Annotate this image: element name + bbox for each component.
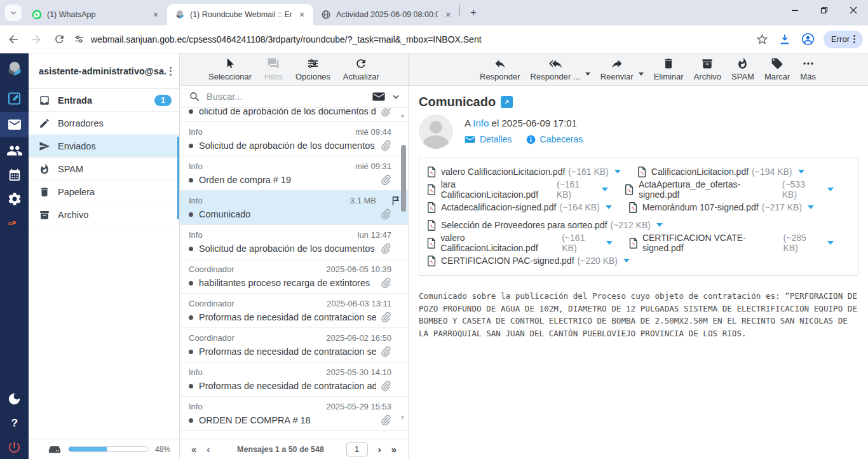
rail-mail-button[interactable]: [0, 112, 29, 137]
rail-contacts-button[interactable]: [0, 140, 29, 161]
attachment-menu-caret-icon[interactable]: [614, 170, 621, 174]
attachment-item[interactable]: ActaApertura_de_ofertas-signed.pdf (~533…: [625, 179, 834, 200]
delete-button[interactable]: Eliminar: [654, 57, 684, 81]
account-menu-kebab-icon[interactable]: [166, 64, 175, 78]
next-page-icon[interactable]: ›: [373, 444, 386, 455]
attachment-menu-caret-icon[interactable]: [827, 188, 834, 191]
first-page-icon[interactable]: «: [186, 444, 201, 455]
message-list-item[interactable]: olicitud de aprobación de los documentos…: [180, 108, 408, 122]
message-list-item[interactable]: Info mié 09:31 Orden de compra # 19: [180, 156, 408, 191]
attachment-item[interactable]: valero CalificacionLicitacion.pdf (~161 …: [427, 167, 621, 177]
attachment-menu-caret-icon[interactable]: [827, 241, 834, 245]
headers-toggle[interactable]: Cabeceras: [526, 134, 583, 144]
compose-button[interactable]: [0, 88, 29, 109]
sidebar-item-papelera[interactable]: Papelera: [29, 181, 179, 203]
attachment-menu-caret-icon[interactable]: [808, 205, 814, 209]
attachment-item[interactable]: lara CalificacionLicitacion.pdf (~161 KB…: [427, 179, 608, 200]
rail-calendar-button[interactable]: [0, 164, 29, 186]
threads-button[interactable]: Hilos: [264, 57, 283, 81]
attachment-menu-caret-icon[interactable]: [606, 205, 612, 209]
browser-menu-kebab-icon[interactable]: [850, 32, 859, 46]
select-button[interactable]: Seleccionar: [208, 57, 252, 81]
attachment-menu-caret-icon[interactable]: [623, 259, 630, 263]
attachment-name: ActaApertura_de_ofertas-signed.pdf: [639, 179, 779, 200]
details-toggle[interactable]: Detalles: [465, 134, 512, 144]
help-button[interactable]: ?: [0, 412, 29, 434]
message-list-item[interactable]: Info 2025-05-29 15:53 ORDEN DE COMPRA # …: [180, 397, 408, 431]
attachment-menu-caret-icon[interactable]: [602, 188, 608, 191]
page-number-input[interactable]: [346, 442, 368, 456]
attachment-item[interactable]: valero CalificacionLicitacion.pdf (~161 …: [427, 233, 613, 253]
attachment-menu-caret-icon[interactable]: [798, 170, 804, 174]
message-list-item[interactable]: Info 3.1 MB Comunicado: [180, 191, 408, 225]
new-tab-button[interactable]: +: [465, 4, 482, 21]
tab-close-icon[interactable]: ✕: [297, 10, 307, 20]
scrollbar-up-icon[interactable]: ▲: [400, 112, 405, 118]
tab-roundcube-active[interactable]: (1) Roundcube Webmail :: Envia ✕: [167, 4, 313, 25]
sidebar-item-entrada[interactable]: Entrada 1: [29, 89, 179, 112]
forward-button[interactable]: Reenviar: [600, 57, 634, 81]
message-list-item[interactable]: Coordinador 2025-06-05 10:39 habilitante…: [180, 259, 408, 294]
reply-all-menu-caret-icon[interactable]: [585, 72, 590, 76]
sidebar-item-archivo[interactable]: Archivo: [29, 203, 179, 226]
reload-button[interactable]: [50, 30, 69, 49]
sidebar-item-borradores[interactable]: Borradores: [29, 112, 179, 135]
recipient-link[interactable]: Info: [473, 118, 489, 128]
options-button[interactable]: Opciones: [295, 57, 330, 81]
message-list-item[interactable]: Coordinador 2025-06-02 16:50 Proformas d…: [180, 328, 408, 362]
site-settings-icon[interactable]: [74, 34, 85, 45]
search-scope-mail-icon[interactable]: [372, 92, 385, 102]
attachment-item[interactable]: CalificacionLicitacion.pdf (~194 KB): [637, 167, 804, 177]
window-minimize-button[interactable]: [780, 0, 810, 20]
window-close-button[interactable]: [839, 0, 868, 20]
tab-whatsapp[interactable]: (1) WhatsApp ✕: [24, 4, 167, 25]
last-page-icon[interactable]: »: [386, 444, 402, 455]
forward-button[interactable]: [27, 30, 46, 49]
tab-close-icon[interactable]: ✕: [151, 10, 161, 20]
attachment-item[interactable]: CERTIFICACION PAC-signed.pdf (~220 KB): [427, 256, 630, 266]
cpanel-logo[interactable]: cP: [0, 212, 29, 234]
attachment-item[interactable]: CERTIFICACION VCATE-signed.pdf (~285 KB): [629, 233, 834, 253]
attachment-item[interactable]: Memorándum 107-signed.pdf (~217 KB): [628, 202, 814, 213]
attachment-item[interactable]: Actadecalificacion-signed.pdf (~164 KB): [427, 202, 612, 213]
attachment-menu-caret-icon[interactable]: [606, 241, 613, 245]
refresh-button[interactable]: Actualizar: [343, 57, 379, 81]
flag-icon[interactable]: [390, 195, 402, 207]
download-icon[interactable]: [775, 30, 794, 49]
message-list-item[interactable]: Info 2025-05-30 14:10 Proformas de neces…: [180, 362, 408, 397]
tab-close-icon[interactable]: ✕: [443, 10, 453, 20]
attachment-menu-caret-icon[interactable]: [656, 223, 663, 227]
tab-actividad[interactable]: Actividad 2025-06-09 08:00:00 ✕: [313, 4, 459, 25]
reply-button[interactable]: Responder: [480, 57, 520, 81]
forward-label: Reenviar: [600, 72, 634, 81]
extension-error-button[interactable]: Error: [824, 31, 863, 48]
spam-button[interactable]: SPAM: [731, 57, 754, 81]
scrollbar-down-icon[interactable]: ▼: [400, 414, 405, 421]
archive-button[interactable]: Archivo: [694, 57, 721, 81]
open-in-new-window-icon[interactable]: [501, 96, 513, 108]
mark-button[interactable]: Marcar: [764, 57, 790, 81]
prev-page-icon[interactable]: ‹: [201, 444, 215, 455]
message-list-item[interactable]: Info lun 13:47 Solicitud de aprobación d…: [180, 225, 408, 259]
url-text[interactable]: webmail.sanjuan.gob.ec/cpsess0464241108/…: [91, 34, 482, 45]
reply-all-button[interactable]: Responder ...: [531, 57, 580, 81]
dark-mode-button[interactable]: [0, 388, 29, 409]
tab-search-button[interactable]: [5, 4, 22, 21]
search-input[interactable]: [207, 92, 372, 102]
rail-settings-button[interactable]: [0, 188, 29, 210]
logout-power-button[interactable]: [0, 436, 29, 458]
folders-scrollbar-thumb[interactable]: [177, 137, 179, 219]
message-list-item[interactable]: Info mié 09:44 Solicitud de aprobación d…: [180, 122, 408, 156]
profile-avatar-icon[interactable]: [798, 30, 817, 49]
more-button[interactable]: Más: [800, 57, 816, 81]
back-button[interactable]: [4, 30, 23, 49]
bookmark-star-icon[interactable]: [752, 30, 771, 49]
window-restore-button[interactable]: [810, 0, 839, 20]
sidebar-item-enviados[interactable]: Enviados: [29, 135, 179, 158]
message-list-item[interactable]: Coordinador 2025-06-03 13:11 Proformas d…: [180, 294, 408, 328]
search-options-chevron-icon[interactable]: [391, 92, 400, 101]
forward-menu-caret-icon[interactable]: [639, 72, 644, 76]
sidebar-item-spam[interactable]: SPAM: [29, 158, 179, 181]
attachment-item[interactable]: Selección de Proveedores para sorteo.pdf…: [427, 220, 663, 231]
list-scrollbar-thumb[interactable]: [401, 145, 406, 212]
